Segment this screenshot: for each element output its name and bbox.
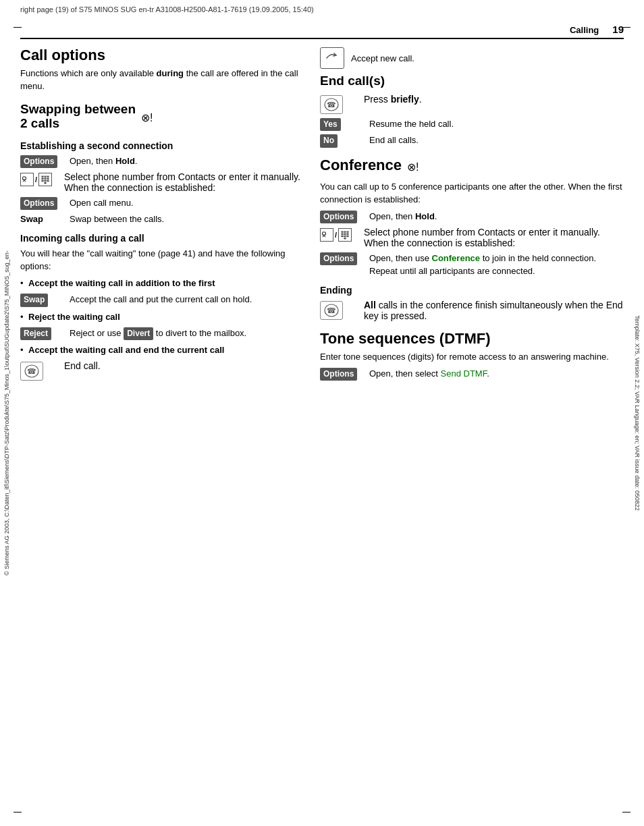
conference-section: Conference ⊗! You can call up to 5 confe… [320,157,624,321]
ending-row: ☎ All calls in the conference finish sim… [320,300,624,321]
swap-row: Swap Swap between the calls. [20,213,304,226]
svg-rect-24 [344,233,346,235]
left-column: Call options Functions which are only av… [20,47,304,385]
svg-rect-6 [41,178,43,180]
no-badge: No [320,134,338,147]
conf-options1-text: Open, then Hold. [369,211,624,223]
options-badge: Options [20,155,57,168]
conf-contacts-icon: / [320,228,352,242]
svg-rect-28 [346,236,348,237]
top-metadata-bar: right page (19) of S75 MINOS SUG en-tr A… [20,5,624,13]
incoming-section: Incoming calls during a call You will he… [20,233,304,381]
conference-heading-row: Conference ⊗! [320,157,624,177]
establish-options-text: Open, then Hold. [70,155,304,168]
conf-options1-row: Options Open, then Hold. [320,211,624,223]
svg-rect-26 [341,236,343,237]
press-briefly-text: Press briefly. [364,94,624,105]
swapping-icon: ⊗! [141,111,153,124]
bullet3-text: Accept the waiting call and end the curr… [28,345,224,355]
accept-new-call-text: Accept new call. [351,53,414,63]
svg-rect-5 [47,175,49,177]
incoming-options-list: Accept the waiting call in addition to t… [20,277,304,290]
svg-rect-8 [47,178,49,180]
bullet2-text: Reject the waiting call [28,312,120,322]
swap-text: Swap between the calls. [70,213,304,226]
swapping-heading-row: Swapping between2 calls ⊗! [20,103,304,134]
bullet1-text: Accept the waiting call in addition to t… [28,278,215,288]
swapping-section: Swapping between2 calls ⊗! Establishing … [20,103,304,226]
svg-rect-9 [41,180,43,182]
svg-rect-25 [346,233,348,235]
reject-key: Reject [20,327,64,340]
accept-call-icon [320,47,344,69]
establish-options2-row: Options Open call menu. [20,197,304,210]
page-section-title: Calling [570,25,599,35]
end-key-icon-3: ☎ [320,301,343,320]
svg-rect-22 [346,231,348,232]
end-call-text: End call. [64,360,304,371]
bullet2-list: Reject the waiting call [20,311,304,323]
tone-options-key: Options [320,368,364,381]
svg-rect-20 [341,231,343,232]
svg-rect-7 [44,178,46,180]
side-text-left: © Siemens AG 2003, C:\Daten_itl\Siemens\… [0,0,14,826]
reject-row: Reject Reject or use Divert to divert to… [20,327,304,340]
yes-row: Yes Resume the held call. [320,118,624,131]
establishing-heading: Establishing a second connection [20,140,304,151]
end-call-row: ☎ End call. [20,360,304,381]
svg-rect-29 [344,238,346,239]
incoming-heading: Incoming calls during a call [20,233,304,244]
page-header: Calling 19 [20,24,624,39]
options-badge-2: Options [20,197,57,210]
reject-badge: Reject [20,327,51,340]
right-column: Accept new call. End call(s) ☎ Press bri… [320,47,624,385]
svg-text:☎: ☎ [27,367,36,375]
press-briefly-icon-col: ☎ [320,94,364,114]
bullet3-item: Accept the waiting call and end the curr… [20,344,304,356]
svg-rect-27 [344,236,346,237]
establish-options2-key: Options [20,197,64,210]
bullet1-item: Accept the waiting call in addition to t… [20,277,304,290]
yes-text: Resume the held call. [369,118,624,131]
conf-options1-badge: Options [320,211,357,223]
establish-icon-col: / [20,171,64,186]
establish-options-row: Options Open, then Hold. [20,155,304,168]
during-bold: during [157,68,184,78]
conf-options2-key: Options [320,252,364,265]
swap-badge: Swap [20,294,48,306]
swap-accept-row: Swap Accept the call and put the current… [20,294,304,306]
establish-options2-text: Open call menu. [70,197,304,210]
conf-icon-col: / [320,227,364,242]
tone-heading: Tone sequences (DTMF) [320,331,624,347]
yes-key: Yes [320,118,364,131]
yes-badge: Yes [320,118,341,131]
establish-icon-row: / [20,171,304,193]
tone-options-row: Options Open, then select Send DTMF. [320,368,624,381]
conference-word: Conference [432,253,481,263]
conf-options2-row: Options Open, then use Conference to joi… [320,252,624,278]
side-text-right: Template: X75, Version 2.2; VAR Language… [630,0,644,826]
swap-label: Swap [20,214,43,224]
svg-rect-4 [44,175,46,177]
page-number: 19 [612,24,624,35]
bullet3-list: Accept the waiting call and end the curr… [20,344,304,356]
swap-accept-text: Accept the call and put the current call… [70,294,304,306]
incoming-body: You will hear the "call waiting" tone (p… [20,248,304,273]
no-row: No End all calls. [320,134,624,147]
conference-heading: Conference [320,157,402,173]
conference-body: You can call up to 5 conference particip… [320,181,624,206]
accept-new-call-row: Accept new call. [320,47,624,69]
tone-options-badge: Options [320,368,357,381]
conference-icon: ⊗! [407,161,419,173]
contacts-icon: / [20,173,52,186]
conf-options2-badge: Options [320,252,357,265]
end-calls-heading: End call(s) [320,74,624,88]
reject-text: Reject or use Divert to divert to the ma… [70,327,304,340]
end-call-icon-col: ☎ [20,360,64,381]
bullet2-item: Reject the waiting call [20,311,304,323]
no-text: End all calls. [369,134,624,147]
svg-rect-12 [44,182,46,184]
tone-body: Enter tone sequences (digits) for remote… [320,351,624,364]
conf-options1-key: Options [320,211,364,223]
svg-rect-11 [47,180,49,182]
